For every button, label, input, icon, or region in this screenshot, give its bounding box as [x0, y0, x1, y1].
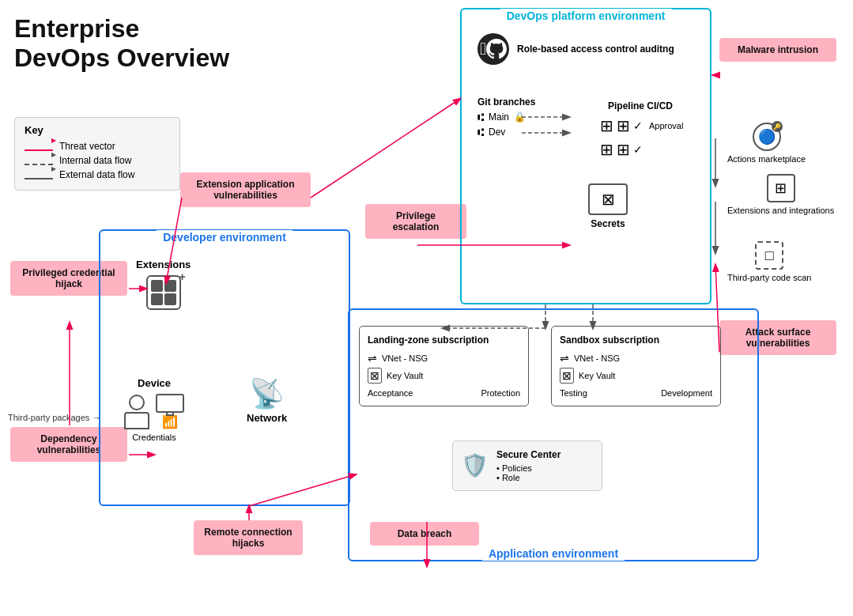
diagram-container: Enterprise DevOps Overview Key Threat ve…: [0, 0, 853, 616]
third-party-packages-label: Third-party packages →: [8, 413, 100, 422]
key-title: Key: [25, 124, 170, 136]
external-flow-label: External data flow: [59, 169, 134, 180]
threat-privilege-escalation: Privilege escalation: [365, 204, 466, 239]
threat-vector-line: [25, 142, 53, 151]
threat-extension-app: Extension application vulnerabilities: [180, 172, 311, 207]
pipeline-row2: ⊞ ⊞ ✓: [600, 140, 643, 159]
key-box: Key Threat vector Internal data flow Ext…: [14, 117, 180, 191]
threat-vector-label: Threat vector: [59, 141, 115, 152]
application-label: Application environment: [489, 547, 618, 560]
sandbox-box: Sandbox subscription ⇌ VNet - NSG ⊠ Key …: [551, 326, 721, 406]
key-item-external: External data flow: [25, 169, 170, 180]
secrets-section: ⊠ Secrets: [588, 183, 628, 229]
github-icon: : [477, 33, 509, 65]
external-flow-line: [25, 170, 53, 180]
developer-label: Developer environment: [163, 231, 286, 244]
threat-malware: Malware intrusion: [719, 38, 836, 62]
secure-center-box: 🛡️ Secure Center • Policies • Role: [452, 440, 602, 491]
key-item-threat: Threat vector: [25, 141, 170, 152]
svg-line-3: [311, 99, 460, 198]
internal-flow-label: Internal data flow: [59, 155, 131, 166]
internal-flow-line: [25, 156, 53, 165]
devops-label: DevOps platform environment: [507, 9, 666, 22]
git-branches-section: Git branches ⑆ Main 🔒 ⑆ Dev: [477, 96, 535, 138]
actions-marketplace-section: 🔵 🔑 Actions marketplace: [727, 123, 806, 164]
application-env: Application environment Landing-zone sub…: [348, 308, 759, 561]
rbac-label: Role-based access control auditng: [517, 43, 674, 55]
devops-platform-env: DevOps platform environment  Role-based…: [460, 8, 711, 304]
pipeline-row1: ⊞ ⊞ ✓ Approval: [600, 116, 683, 135]
extensions-section: Extensions +: [136, 259, 191, 310]
developer-env: Developer environment Extensions + Devic…: [99, 229, 350, 506]
extensions-integrations-section: ⊞ Extensions and integrations: [727, 174, 834, 215]
page-title: Enterprise DevOps Overview: [14, 14, 229, 73]
device-section: Device 📶 Credentials: [124, 377, 184, 442]
threat-remote-connection: Remote connection hijacks: [194, 520, 303, 555]
key-item-internal: Internal data flow: [25, 155, 170, 166]
pipeline-label: Pipeline CI/CD: [608, 100, 673, 111]
third-party-scan-section: □ Third-party code scan: [727, 241, 811, 282]
landing-zone-box: Landing-zone subscription ⇌ VNet - NSG ⊠…: [359, 326, 529, 406]
network-section: 📡 Network: [247, 377, 287, 424]
